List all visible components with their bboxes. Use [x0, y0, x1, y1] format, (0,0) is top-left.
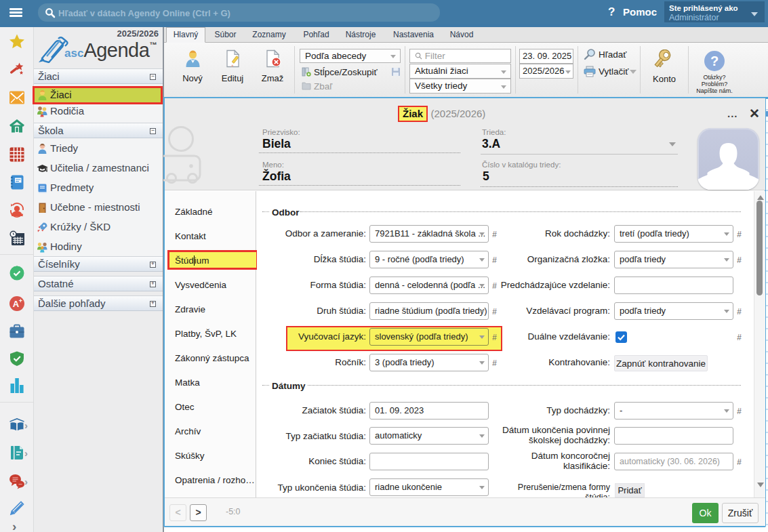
svg-text:+: + [19, 298, 22, 304]
